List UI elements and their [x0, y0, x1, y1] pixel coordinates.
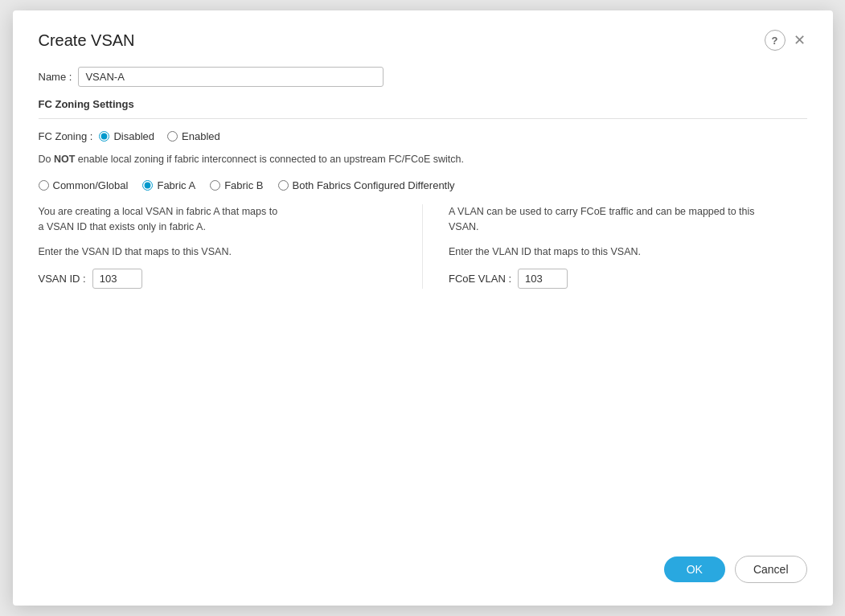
name-label: Name : [39, 71, 72, 83]
fc-zoning-enabled-label: Enabled [182, 130, 220, 142]
two-col-section: You are creating a local VSAN in fabric … [39, 204, 807, 289]
left-desc: You are creating a local VSAN in fabric … [39, 204, 397, 235]
name-row: Name : [39, 67, 807, 87]
fc-zoning-row: FC Zoning : Disabled Enabled [39, 130, 807, 142]
fc-zoning-section: FC Zoning Settings FC Zoning : Disabled … [39, 98, 807, 165]
right-desc-2: VSAN. [449, 221, 479, 232]
section-divider [39, 118, 807, 119]
fc-zoning-enabled-option[interactable]: Enabled [167, 130, 220, 142]
close-button[interactable]: ✕ [792, 30, 807, 51]
common-global-radio[interactable] [39, 180, 49, 191]
fc-zoning-label: FC Zoning : [39, 130, 93, 142]
fc-zoning-radio-group: Disabled Enabled [99, 130, 219, 142]
vsan-id-label: VSAN ID : [39, 273, 86, 285]
fcoe-vlan-row: FCoE VLAN : [449, 269, 807, 289]
common-global-option[interactable]: Common/Global [39, 179, 129, 191]
right-enter-text: Enter the VLAN ID that maps to this VSAN… [449, 244, 807, 260]
notice-pre: Do [39, 154, 54, 165]
ok-button[interactable]: OK [664, 556, 725, 582]
left-column: You are creating a local VSAN in fabric … [39, 204, 424, 289]
right-desc: A VLAN can be used to carry FCoE traffic… [449, 204, 807, 235]
fc-zoning-disabled-radio[interactable] [99, 131, 109, 142]
both-fabrics-label: Both Fabrics Configured Differently [293, 179, 455, 191]
dialog-footer: OK Cancel [664, 556, 807, 583]
fc-zoning-disabled-label: Disabled [113, 130, 154, 142]
fcoe-vlan-label: FCoE VLAN : [449, 273, 511, 285]
fabric-a-option[interactable]: Fabric A [142, 179, 195, 191]
fcoe-vlan-input[interactable] [518, 269, 568, 289]
name-input[interactable] [78, 67, 384, 87]
notice-post: enable local zoning if fabric interconne… [75, 154, 464, 165]
help-button[interactable]: ? [765, 30, 786, 51]
dialog-header: Create VSAN ? ✕ [39, 30, 807, 51]
vsan-id-input[interactable] [92, 269, 142, 289]
fabric-b-label: Fabric B [224, 179, 263, 191]
fc-zoning-disabled-option[interactable]: Disabled [99, 130, 154, 142]
left-desc-2: a VSAN ID that exists only in fabric A. [39, 221, 206, 232]
dialog-title: Create VSAN [39, 31, 135, 50]
left-enter-text: Enter the VSAN ID that maps to this VSAN… [39, 244, 397, 260]
notice-bold: NOT [54, 154, 75, 165]
right-desc-1: A VLAN can be used to carry FCoE traffic… [449, 206, 755, 217]
cancel-button[interactable]: Cancel [735, 556, 807, 583]
section-label: FC Zoning Settings [39, 98, 807, 113]
header-icons: ? ✕ [765, 30, 807, 51]
right-column: A VLAN can be used to carry FCoE traffic… [423, 204, 807, 289]
left-desc-1: You are creating a local VSAN in fabric … [39, 206, 278, 217]
create-vsan-dialog: Create VSAN ? ✕ Name : FC Zoning Setting… [13, 10, 833, 606]
fabric-radio-group: Common/Global Fabric A Fabric B Both Fab… [39, 179, 807, 191]
fabric-a-label: Fabric A [157, 179, 195, 191]
vsan-id-row: VSAN ID : [39, 269, 397, 289]
both-fabrics-option[interactable]: Both Fabrics Configured Differently [278, 179, 455, 191]
common-global-label: Common/Global [53, 179, 129, 191]
notice-text: Do NOT enable local zoning if fabric int… [39, 154, 807, 165]
fabric-b-option[interactable]: Fabric B [210, 179, 263, 191]
fabric-a-radio[interactable] [142, 180, 153, 191]
fabric-b-radio[interactable] [210, 180, 220, 191]
both-fabrics-radio[interactable] [278, 180, 289, 191]
fc-zoning-enabled-radio[interactable] [167, 131, 178, 142]
